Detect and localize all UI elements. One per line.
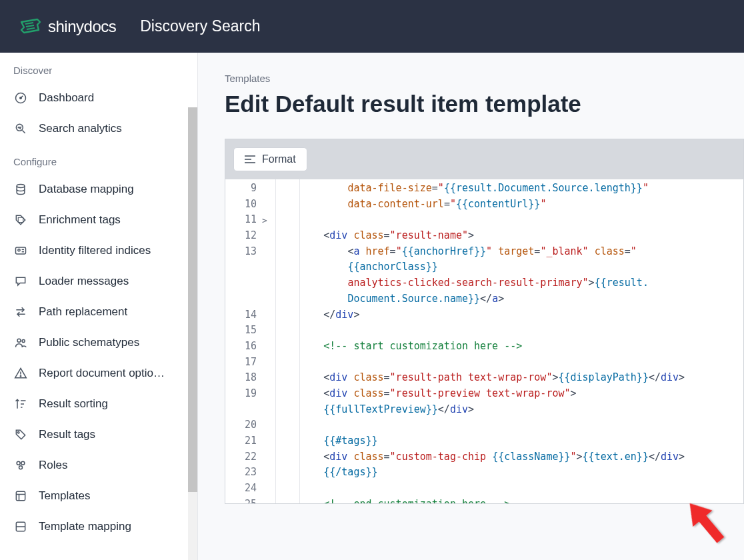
sidebar-item-search-analytics[interactable]: Search analytics bbox=[0, 113, 197, 144]
sidebar: DiscoverDashboardSearch analyticsConfigu… bbox=[0, 53, 198, 560]
template-icon bbox=[13, 489, 28, 503]
sidebar-item-loader-messages[interactable]: Loader messages bbox=[0, 266, 197, 297]
svg-rect-8 bbox=[16, 247, 26, 254]
sidebar-item-label: Search analytics bbox=[39, 122, 122, 135]
svg-line-1 bbox=[26, 25, 34, 27]
line-number: 22 bbox=[225, 449, 257, 465]
users-icon bbox=[13, 335, 28, 350]
code-line[interactable]: </div> bbox=[275, 307, 743, 323]
sidebar-scrollbar[interactable] bbox=[188, 107, 197, 560]
sidebar-item-result-tags[interactable]: Result tags bbox=[0, 419, 197, 450]
line-number: 21 bbox=[225, 433, 257, 449]
fold-indicator[interactable]: > bbox=[262, 215, 267, 225]
svg-point-15 bbox=[20, 376, 21, 377]
code-line[interactable] bbox=[275, 417, 743, 433]
code-line[interactable]: <div class="result-preview text-wrap-row… bbox=[275, 386, 743, 417]
sidebar-item-path-replacement[interactable]: Path replacement bbox=[0, 297, 197, 327]
code-line[interactable] bbox=[275, 323, 743, 339]
sidebar-item-label: Identity filtered indices bbox=[39, 244, 151, 257]
sidebar-item-identity-filtered-indices[interactable]: Identity filtered indices bbox=[0, 235, 197, 266]
editor-gutter: 9101112131415161718192021222324252627 bbox=[225, 179, 262, 503]
svg-point-12 bbox=[17, 339, 21, 342]
sidebar-item-label: Roles bbox=[39, 459, 67, 472]
chat-icon bbox=[13, 274, 28, 289]
sidebar-item-label: Dashboard bbox=[39, 91, 94, 105]
svg-line-6 bbox=[23, 131, 25, 133]
svg-point-9 bbox=[18, 249, 20, 251]
sidebar-section-label: Discover bbox=[0, 53, 197, 83]
main-content: Templates Edit Default result item templ… bbox=[198, 53, 744, 560]
sidebar-item-result-sorting[interactable]: Result sorting bbox=[0, 389, 197, 419]
line-number: 14 bbox=[225, 307, 257, 323]
fold-column[interactable]: > bbox=[262, 179, 275, 503]
sidebar-item-public-schematypes[interactable]: Public schematypes bbox=[0, 327, 197, 358]
search-analytics-icon bbox=[13, 121, 28, 136]
line-number: 17 bbox=[225, 355, 257, 371]
sidebar-section-label: Configure bbox=[0, 144, 197, 174]
editor-code[interactable]: data-file-size="{{result.Document.Source… bbox=[275, 179, 743, 503]
editor-body[interactable]: 9101112131415161718192021222324252627 > … bbox=[225, 179, 743, 503]
tag-result-icon bbox=[13, 427, 28, 442]
code-line[interactable]: <a href="{{anchorHref}}" target="_blank"… bbox=[275, 244, 743, 307]
editor-toolbar: Format bbox=[225, 139, 743, 179]
logo-icon bbox=[19, 17, 43, 37]
sidebar-item-enrichment-tags[interactable]: Enrichment tags bbox=[0, 205, 197, 235]
code-line[interactable] bbox=[275, 481, 743, 497]
sidebar-item-template-mapping[interactable]: Template mapping bbox=[0, 511, 197, 542]
line-number: 10 bbox=[225, 197, 257, 213]
tag-icon bbox=[13, 213, 28, 227]
code-line[interactable] bbox=[275, 355, 743, 371]
line-number: 15 bbox=[225, 323, 257, 339]
svg-rect-23 bbox=[16, 491, 25, 500]
template-editor: Format 910111213141516171819202122232425… bbox=[225, 139, 744, 504]
line-number: 12 bbox=[225, 228, 257, 244]
sidebar-item-label: Result sorting bbox=[39, 397, 108, 411]
sidebar-item-dashboard[interactable]: Dashboard bbox=[0, 83, 197, 113]
line-number: 9 bbox=[225, 181, 257, 197]
code-line[interactable]: <!-- start customization here --> bbox=[275, 339, 743, 355]
code-line[interactable]: {{/tags}} bbox=[275, 465, 743, 481]
template-map-icon bbox=[13, 519, 28, 534]
code-line[interactable]: data-file-size="{{result.Document.Source… bbox=[275, 181, 743, 197]
svg-point-22 bbox=[19, 466, 23, 469]
page-title: Edit Default result item template bbox=[225, 91, 744, 117]
warn-icon bbox=[13, 366, 28, 381]
sidebar-item-label: Report document optio… bbox=[39, 367, 165, 380]
svg-point-7 bbox=[17, 185, 25, 188]
svg-point-21 bbox=[21, 461, 25, 465]
code-line[interactable] bbox=[275, 212, 743, 228]
line-number: 11 bbox=[225, 212, 257, 228]
sidebar-item-label: Database mapping bbox=[39, 183, 134, 196]
code-line[interactable]: <div class="custom-tag-chip {{className}… bbox=[275, 449, 743, 465]
sidebar-item-label: Loader messages bbox=[39, 275, 129, 288]
svg-point-4 bbox=[20, 97, 22, 99]
sidebar-item-database-mapping[interactable]: Database mapping bbox=[0, 174, 197, 205]
code-line[interactable]: <div class="result-path text-wrap-row">{… bbox=[275, 370, 743, 386]
sidebar-item-label: Path replacement bbox=[39, 305, 127, 319]
code-line[interactable]: {{#tags}} bbox=[275, 433, 743, 449]
sidebar-item-label: Templates bbox=[39, 489, 90, 503]
format-button[interactable]: Format bbox=[233, 147, 307, 171]
format-icon bbox=[245, 155, 255, 164]
id-card-icon bbox=[13, 243, 28, 258]
gauge-icon bbox=[13, 91, 28, 105]
sidebar-item-roles[interactable]: Roles bbox=[0, 450, 197, 481]
sidebar-item-label: Result tags bbox=[39, 428, 95, 441]
line-number: 13 bbox=[225, 244, 257, 307]
format-button-label: Format bbox=[262, 153, 296, 165]
code-line[interactable]: data-content-url="{{contentUrl}}" bbox=[275, 197, 743, 213]
svg-line-0 bbox=[25, 23, 33, 24]
line-number: 18 bbox=[225, 370, 257, 386]
line-number: 16 bbox=[225, 339, 257, 355]
logo[interactable]: shinydocs bbox=[19, 17, 116, 37]
swap-icon bbox=[13, 305, 28, 319]
sidebar-item-report-document-optio-[interactable]: Report document optio… bbox=[0, 358, 197, 389]
breadcrumb[interactable]: Templates bbox=[225, 73, 744, 84]
line-number: 25 bbox=[225, 497, 257, 503]
sidebar-item-label: Enrichment tags bbox=[39, 213, 121, 227]
code-line[interactable]: <div class="result-name"> bbox=[275, 228, 743, 244]
sidebar-item-label: Public schematypes bbox=[39, 336, 139, 349]
sidebar-item-templates[interactable]: Templates bbox=[0, 481, 197, 511]
header-app-title: Discovery Search bbox=[140, 17, 260, 35]
code-line[interactable]: <!-- end customization here --> bbox=[275, 497, 743, 503]
